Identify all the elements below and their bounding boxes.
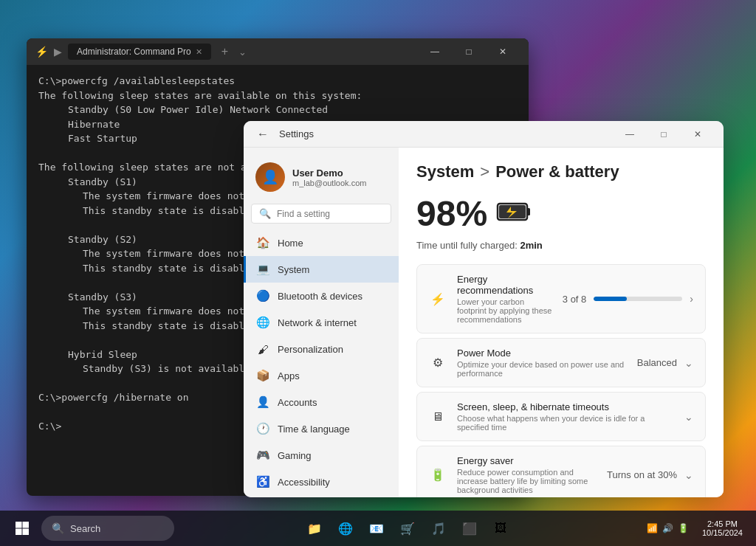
- power-mode-row[interactable]: ⚙ Power Mode Optimize your device based …: [417, 339, 705, 387]
- system-icon: 💻: [255, 262, 270, 277]
- cmd-line-1: C:\>powercfg /availablesleepstates: [38, 74, 517, 89]
- screen-sleep-right: ⌄: [684, 411, 693, 423]
- settings-main: System > Power & battery 98% Time u: [399, 148, 724, 497]
- charge-time-display: Time until fully charged: 2min: [416, 240, 706, 251]
- cmd-line-3: Standby (S0 Low Power Idle) Network Conn…: [38, 103, 517, 117]
- taskbar-photos[interactable]: 🖼: [487, 515, 514, 542]
- screen-sleep-row[interactable]: 🖥 Screen, sleep, & hibernate timeouts Ch…: [417, 393, 705, 440]
- cmd-line-2: The following sleep states are available…: [38, 89, 517, 103]
- power-mode-chevron: ⌄: [684, 357, 693, 369]
- clock-time: 2:45 PM: [707, 519, 738, 528]
- sidebar-item-gaming[interactable]: 🎮 Gaming: [244, 442, 399, 469]
- charge-time-label: Time until fully charged:: [416, 240, 518, 251]
- search-box[interactable]: 🔍: [251, 204, 391, 224]
- cmd-app-icon: ⚡: [35, 46, 48, 58]
- taskbar-right-area: 📶 🔊 🔋 2:45 PM 10/15/2024: [641, 518, 747, 539]
- gaming-icon: 🎮: [255, 448, 270, 463]
- user-section[interactable]: 👤 User Demo m_lab@outlook.com: [244, 153, 399, 204]
- network-tray-icon: 📶: [647, 523, 658, 533]
- progress-fill: [594, 297, 627, 301]
- sidebar-item-accounts-label: Accounts: [278, 397, 317, 408]
- screen-sleep-desc: Choose what happens when your device is …: [457, 414, 674, 432]
- sidebar-item-gaming-label: Gaming: [278, 450, 312, 461]
- energy-saver-right: Turns on at 30% ⌄: [607, 469, 693, 481]
- start-button[interactable]: [9, 515, 35, 542]
- cmd-close-button[interactable]: ✕: [486, 41, 520, 63]
- system-tray[interactable]: 📶 🔊 🔋: [641, 520, 695, 536]
- cmd-new-tab-button[interactable]: +: [217, 45, 233, 58]
- search-icon: 🔍: [259, 208, 271, 219]
- breadcrumb-separator: >: [480, 162, 489, 182]
- energy-recommendations-count: 3 of 8: [563, 294, 587, 305]
- settings-body: 👤 User Demo m_lab@outlook.com 🔍 🏠 Home 💻…: [244, 148, 724, 497]
- sidebar-item-accounts[interactable]: 👤 Accounts: [244, 389, 399, 415]
- taskbar-spotify[interactable]: 🎵: [425, 515, 452, 542]
- cmd-window-controls: — □ ✕: [418, 41, 520, 63]
- sidebar-item-accessibility[interactable]: ♿ Accessibility: [244, 469, 399, 495]
- energy-recommendations-content: Energy recommendations Lower your carbon…: [457, 274, 552, 324]
- energy-saver-desc: Reduce power consumption and increase ba…: [457, 468, 597, 494]
- sidebar-item-home[interactable]: 🏠 Home: [244, 229, 399, 256]
- sidebar-item-privacy[interactable]: 🔒 Privacy & security: [244, 495, 399, 497]
- energy-recommendations-row[interactable]: ⚡ Energy recommendations Lower your carb…: [417, 265, 705, 333]
- energy-saver-card: 🔋 Energy saver Reduce power consumption …: [416, 446, 706, 497]
- cmd-maximize-button[interactable]: □: [452, 41, 486, 63]
- sidebar-item-time[interactable]: 🕐 Time & language: [244, 415, 399, 442]
- taskbar-search-box[interactable]: 🔍 Search: [41, 516, 174, 541]
- sidebar-item-home-label: Home: [278, 238, 303, 249]
- clock[interactable]: 2:45 PM 10/15/2024: [698, 518, 747, 539]
- settings-close-button[interactable]: ✕: [681, 123, 715, 145]
- cmd-tab-close-icon[interactable]: ✕: [196, 47, 202, 57]
- taskbar-file-explorer[interactable]: 📁: [301, 515, 328, 542]
- accessibility-icon: ♿: [255, 474, 270, 489]
- screen-sleep-card: 🖥 Screen, sleep, & hibernate timeouts Ch…: [416, 392, 706, 441]
- personalization-icon: 🖌: [255, 342, 270, 356]
- network-icon: 🌐: [255, 315, 270, 330]
- apps-icon: 📦: [255, 368, 270, 383]
- user-name: User Demo: [292, 167, 387, 179]
- energy-saver-row[interactable]: 🔋 Energy saver Reduce power consumption …: [417, 446, 705, 497]
- sidebar-item-apps[interactable]: 📦 Apps: [244, 362, 399, 389]
- taskbar: 🔍 Search 📁 🌐 📧 🛒 🎵 ⬛ 🖼 📶 🔊 🔋 2:45 PM 10/…: [0, 511, 756, 546]
- charge-time-value: 2min: [520, 240, 542, 251]
- battery-display: 98%: [416, 193, 706, 234]
- energy-recommendations-progress: [594, 297, 682, 301]
- sidebar-item-system-label: System: [278, 264, 309, 275]
- volume-tray-icon: 🔊: [662, 523, 673, 533]
- cmd-titlebar: ⚡ ▶ Administrator: Command Pro ✕ + ⌄ — □…: [27, 38, 529, 65]
- cmd-tab-label: Administrator: Command Pro: [77, 46, 191, 57]
- cmd-title-left: ⚡ ▶ Administrator: Command Pro ✕ + ⌄: [35, 44, 412, 60]
- taskbar-search-label: Search: [70, 523, 100, 534]
- svg-rect-6: [16, 529, 22, 536]
- cmd-tab[interactable]: Administrator: Command Pro ✕: [68, 44, 211, 60]
- taskbar-terminal[interactable]: ⬛: [456, 515, 483, 542]
- settings-sidebar: 👤 User Demo m_lab@outlook.com 🔍 🏠 Home 💻…: [244, 148, 399, 497]
- breadcrumb-current: Power & battery: [495, 162, 619, 182]
- energy-recommendations-title: Energy recommendations: [457, 274, 552, 296]
- screen-sleep-content: Screen, sleep, & hibernate timeouts Choo…: [457, 401, 674, 432]
- cmd-minimize-button[interactable]: —: [418, 41, 452, 63]
- search-input[interactable]: [277, 209, 388, 219]
- settings-maximize-button[interactable]: □: [647, 123, 681, 145]
- settings-title: Settings: [273, 128, 613, 139]
- taskbar-mail[interactable]: 📧: [363, 515, 390, 542]
- breadcrumb-parent: System: [416, 162, 474, 182]
- settings-window: ← Settings — □ ✕ 👤 User Demo m_lab@outlo…: [244, 121, 724, 497]
- sidebar-item-bluetooth[interactable]: 🔵 Bluetooth & devices: [244, 283, 399, 309]
- taskbar-store[interactable]: 🛒: [394, 515, 421, 542]
- cmd-more-button[interactable]: ⌄: [238, 46, 247, 58]
- sidebar-item-network[interactable]: 🌐 Network & internet: [244, 309, 399, 336]
- bluetooth-icon: 🔵: [255, 288, 270, 303]
- sidebar-item-system[interactable]: 💻 System: [244, 256, 399, 283]
- energy-saver-icon: 🔋: [429, 466, 447, 484]
- sidebar-item-personalization[interactable]: 🖌 Personalization: [244, 336, 399, 362]
- power-mode-content: Power Mode Optimize your device based on…: [457, 348, 627, 378]
- accounts-icon: 👤: [255, 395, 270, 410]
- sidebar-item-network-label: Network & internet: [278, 317, 357, 328]
- energy-recommendations-right: 3 of 8 ›: [563, 293, 693, 305]
- clock-date: 10/15/2024: [702, 528, 743, 537]
- taskbar-edge[interactable]: 🌐: [332, 515, 359, 542]
- energy-recommendations-desc: Lower your carbon footprint by applying …: [457, 297, 552, 324]
- settings-minimize-button[interactable]: —: [613, 123, 647, 145]
- settings-back-button[interactable]: ←: [252, 125, 273, 144]
